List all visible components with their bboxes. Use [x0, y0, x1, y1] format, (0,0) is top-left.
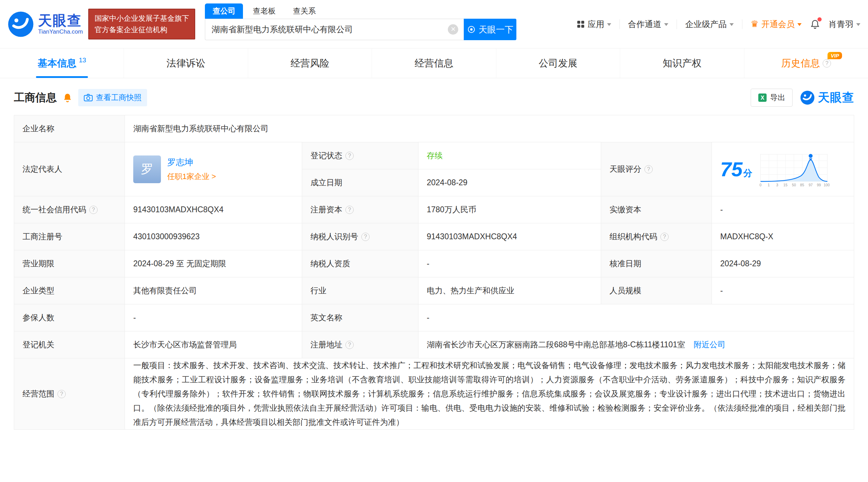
help-icon[interactable]	[89, 206, 98, 214]
nav-partnership-label: 合作通道	[628, 19, 661, 30]
table-row: 营业期限 2024-08-29 至 无固定期限 纳税人资质 - 核准日期 202…	[14, 250, 854, 277]
company-tabbar: 基本信息 13 法律诉讼 经营风险 经营信息 公司发展 知识产权 历史信息 VI…	[0, 48, 868, 78]
field-label: 纳税人识别号	[310, 231, 358, 242]
paid-capital-value-cell: -	[712, 196, 854, 223]
svg-text:3: 3	[776, 183, 778, 187]
legal-rep-name-link[interactable]: 罗志坤	[167, 157, 216, 168]
search-input[interactable]	[205, 19, 464, 40]
establish-date-value: 2024-08-29	[427, 178, 468, 187]
help-icon[interactable]	[57, 390, 66, 398]
reg-no-label-cell: 工商注册号	[14, 223, 125, 250]
svg-text:0: 0	[759, 183, 761, 187]
brand-watermark: 天眼查	[800, 90, 854, 106]
nav-apps[interactable]: 应用	[577, 19, 611, 30]
help-icon[interactable]	[823, 59, 831, 68]
svg-text:85: 85	[800, 183, 804, 187]
tab-basic-info-count: 13	[79, 56, 86, 64]
chevron-down-icon	[730, 23, 734, 28]
insured-value-cell: -	[125, 304, 302, 331]
table-row: 参保人数 - 英文名称 -	[14, 304, 854, 331]
search-tab-relation[interactable]: 查关系	[285, 3, 323, 19]
nav-partnership[interactable]: 合作通道	[628, 19, 668, 30]
business-scope-value-cell: 一般项目：技术服务、技术开发、技术咨询、技术交流、技术转让、技术推广；工程和技术…	[125, 358, 854, 430]
english-name-value: -	[427, 313, 430, 322]
legal-rep-tenure-link[interactable]: 任职1家企业 >	[167, 171, 216, 182]
reg-capital-value-cell: 1780万人民币	[418, 196, 601, 223]
tab-legal-proceedings-label: 法律诉讼	[166, 57, 205, 70]
credit-code-value-cell: 91430103MADXHC8QX4	[125, 196, 302, 223]
tab-business-info[interactable]: 经营信息	[372, 48, 496, 78]
search-tab-boss[interactable]: 查老板	[245, 3, 283, 19]
org-code-value-cell: MADXHC8Q-X	[712, 223, 854, 250]
chevron-down-icon	[607, 23, 611, 28]
logo-text-block: 天眼查 TianYanCha.com	[38, 13, 83, 35]
business-term-value: 2024-08-29 至 无固定期限	[133, 259, 226, 268]
tab-company-development[interactable]: 公司发展	[496, 48, 620, 78]
score-unit: 分	[743, 168, 752, 178]
reg-no-value: 430103000939623	[133, 232, 200, 241]
company-type-value-cell: 其他有限责任公司	[125, 277, 302, 304]
table-row: 经营范围 一般项目：技术服务、技术开发、技术咨询、技术交流、技术转让、技术推广；…	[14, 358, 854, 430]
crown-icon	[751, 19, 759, 29]
certification-badge: 国家中小企业发展子基金旗下 官方备案企业征信机构	[88, 9, 195, 39]
taxpayer-quality-value-cell: -	[418, 250, 601, 277]
business-scope-value: 一般项目：技术服务、技术开发、技术咨询、技术交流、技术转让、技术推广；工程和技术…	[133, 361, 846, 427]
field-label: 企业类型	[22, 286, 54, 295]
reg-address-label-cell: 注册地址	[302, 331, 418, 358]
export-button-label: 导出	[770, 92, 785, 103]
notification-bell[interactable]	[810, 19, 820, 30]
reg-authority-value: 长沙市天心区市场监督管理局	[133, 340, 237, 349]
score-curve-chart: 0 1 3 15 50 85 97 99 100	[757, 150, 831, 188]
user-menu[interactable]: 肖青羽	[829, 19, 860, 30]
tianyancha-logo[interactable]: 天眼查 TianYanCha.com	[8, 11, 83, 37]
help-icon[interactable]	[345, 206, 354, 214]
reg-capital-label-cell: 注册资本	[302, 196, 418, 223]
field-label: 法定代表人	[22, 164, 62, 173]
taxpayer-no-value: 91430103MADXHC8QX4	[427, 232, 517, 241]
camera-icon	[84, 93, 93, 102]
logo-name: 天眼查	[38, 13, 83, 28]
reg-authority-value-cell: 长沙市天心区市场监督管理局	[125, 331, 302, 358]
search-button[interactable]: 天眼一下	[464, 19, 516, 40]
help-icon[interactable]	[644, 165, 653, 173]
svg-text:100: 100	[823, 183, 830, 187]
reg-status-label-cell: 登记状态	[302, 142, 418, 169]
staff-size-value: -	[720, 286, 723, 295]
legal-rep-avatar[interactable]: 罗	[133, 155, 161, 183]
establish-date-label-cell: 成立日期	[302, 169, 418, 196]
field-label: 登记机关	[22, 340, 54, 349]
help-icon[interactable]	[361, 233, 370, 241]
nearby-companies-link[interactable]: 附近公司	[694, 340, 725, 349]
tab-intellectual-property[interactable]: 知识产权	[620, 48, 744, 78]
field-label: 工商注册号	[22, 232, 62, 241]
brand-name: 天眼查	[818, 90, 854, 106]
tab-legal-proceedings[interactable]: 法律诉讼	[124, 48, 248, 78]
search-tab-company[interactable]: 查公司	[205, 3, 243, 19]
chevron-down-icon	[664, 23, 668, 28]
snapshot-button[interactable]: 查看工商快照	[78, 89, 147, 106]
field-label: 英文名称	[310, 313, 342, 322]
english-name-value-cell: -	[418, 304, 854, 331]
nav-enterprise[interactable]: 企业级产品	[685, 19, 734, 30]
score-label-cell: 天眼评分	[601, 142, 712, 196]
nav-vip-membership[interactable]: 开通会员	[751, 19, 802, 30]
tab-history-info[interactable]: 历史信息 VIP	[744, 48, 868, 78]
field-label: 营业期限	[22, 259, 54, 268]
field-label: 登记状态	[310, 150, 342, 161]
help-icon[interactable]	[345, 152, 354, 160]
score-value: 75	[720, 158, 743, 180]
top-nav: 应用 合作通道 企业级产品 开通会员 肖青羽	[577, 19, 860, 30]
svg-text:15: 15	[783, 183, 787, 187]
business-info-table: 企业名称 湖南省新型电力系统联研中心有限公司 法定代表人 罗 罗志坤 任职1家企…	[14, 115, 854, 430]
subscribe-bell-icon[interactable]	[62, 92, 73, 103]
chevron-down-icon	[856, 23, 860, 28]
tab-basic-info[interactable]: 基本信息 13	[0, 48, 124, 78]
business-scope-label-cell: 经营范围	[14, 358, 125, 430]
help-icon[interactable]	[345, 341, 354, 349]
export-button[interactable]: X 导出	[751, 89, 793, 107]
svg-text:X: X	[761, 95, 765, 101]
table-row: 工商注册号 430103000939623 纳税人识别号 91430103MAD…	[14, 223, 854, 250]
tab-business-risk[interactable]: 经营风险	[248, 48, 372, 78]
help-icon[interactable]	[660, 233, 669, 241]
reg-address-value: 湖南省长沙市天心区万家丽南路二段688号中南总部基地8-C栋11楼1101室	[427, 340, 685, 349]
